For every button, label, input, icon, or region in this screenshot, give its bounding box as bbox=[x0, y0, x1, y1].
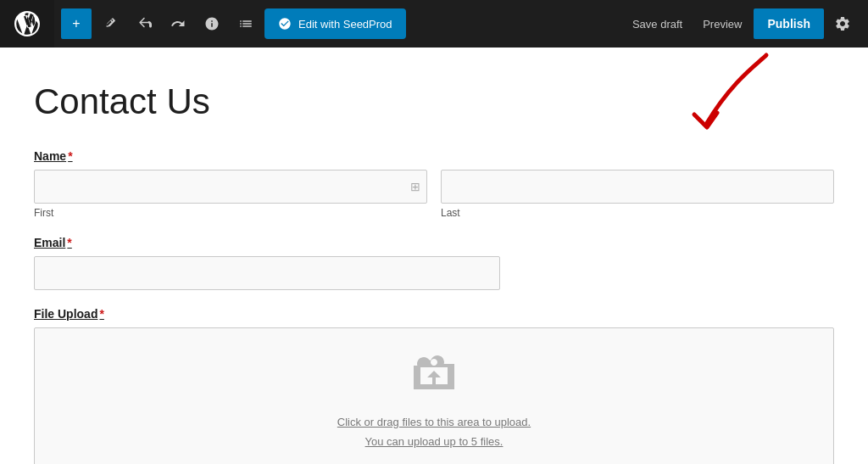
gear-icon bbox=[834, 15, 851, 32]
email-field: Email* bbox=[34, 236, 834, 290]
list-view-icon bbox=[238, 16, 253, 31]
input-icon: ⊞ bbox=[410, 180, 420, 193]
first-name-input[interactable] bbox=[34, 170, 427, 204]
undo-button[interactable] bbox=[129, 8, 159, 39]
file-upload-area[interactable]: Click or drag files to this area to uplo… bbox=[34, 327, 834, 464]
last-sub-label: Last bbox=[441, 207, 834, 219]
name-field: Name* ⊞ First Last bbox=[34, 149, 834, 219]
add-block-button[interactable]: + bbox=[61, 8, 92, 39]
settings-button[interactable] bbox=[827, 8, 858, 39]
page-title: Contact Us bbox=[34, 81, 834, 122]
sub-labels-row: First Last bbox=[34, 207, 834, 219]
wp-logo bbox=[0, 0, 54, 48]
name-inputs-row: ⊞ bbox=[34, 170, 834, 204]
edit-seedprod-button[interactable]: Edit with SeedProd bbox=[264, 8, 406, 39]
name-label: Name* bbox=[34, 149, 834, 163]
redo-button[interactable] bbox=[163, 8, 193, 39]
email-input[interactable] bbox=[34, 256, 500, 290]
main-content: Contact Us Name* ⊞ First Last Email* Fi bbox=[0, 48, 868, 464]
email-label: Email* bbox=[34, 236, 834, 249]
file-upload-field: File Upload* Click or drag files to this… bbox=[34, 307, 834, 464]
wordpress-icon bbox=[12, 8, 42, 39]
list-view-button[interactable] bbox=[231, 8, 261, 39]
publish-button[interactable]: Publish bbox=[754, 8, 824, 39]
last-name-input[interactable] bbox=[441, 170, 834, 204]
details-button[interactable] bbox=[197, 8, 227, 39]
save-draft-button[interactable]: Save draft bbox=[624, 13, 691, 36]
toolbar-right: Save draft Preview Publish bbox=[614, 8, 868, 39]
last-name-wrap bbox=[441, 170, 834, 204]
file-upload-label: File Upload* bbox=[34, 307, 834, 321]
edit-pencil-button[interactable] bbox=[95, 8, 125, 39]
first-name-wrap: ⊞ bbox=[34, 170, 427, 204]
seedprod-icon bbox=[278, 17, 292, 31]
toolbar-left: + Edit with SeedProd bbox=[54, 8, 614, 39]
undo-icon bbox=[136, 16, 152, 31]
pencil-icon bbox=[103, 17, 117, 31]
preview-button[interactable]: Preview bbox=[694, 13, 750, 36]
toolbar: + Edit with SeedProd Save draft Preview … bbox=[0, 0, 868, 48]
upload-icon bbox=[414, 354, 454, 402]
redo-icon bbox=[170, 16, 186, 31]
info-icon bbox=[204, 16, 220, 31]
first-sub-label: First bbox=[34, 207, 427, 219]
upload-text: Click or drag files to this area to uplo… bbox=[337, 412, 531, 452]
